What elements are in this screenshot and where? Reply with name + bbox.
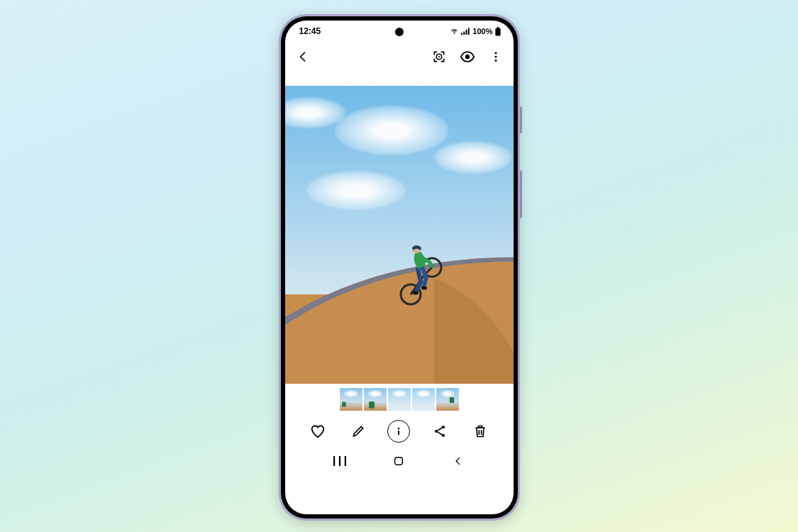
- edit-button[interactable]: [349, 422, 367, 440]
- status-indicators: 100%: [450, 27, 500, 36]
- svg-point-12: [494, 60, 497, 62]
- svg-rect-1: [461, 33, 462, 35]
- phone-frame: 12:45: [279, 14, 520, 521]
- thumbnail[interactable]: [340, 388, 362, 411]
- svg-rect-33: [395, 458, 403, 465]
- thumbnail[interactable]: [436, 388, 459, 411]
- battery-percent: 100%: [472, 27, 492, 35]
- svg-point-10: [494, 52, 497, 54]
- svg-line-27: [438, 432, 443, 435]
- cloud-decoration: [335, 106, 448, 155]
- thumbnail[interactable]: [364, 388, 387, 411]
- thumbnail[interactable]: [412, 388, 435, 411]
- thumbnail-strip[interactable]: [285, 388, 514, 414]
- bixby-vision-button[interactable]: [431, 49, 447, 65]
- info-button[interactable]: [389, 421, 409, 441]
- system-nav-bar: [285, 449, 514, 476]
- home-nav-button[interactable]: [390, 453, 407, 470]
- svg-rect-6: [495, 28, 500, 35]
- svg-rect-22: [398, 431, 399, 436]
- cloud-decoration: [434, 141, 512, 174]
- main-photo[interactable]: [285, 86, 514, 384]
- svg-rect-3: [466, 29, 467, 34]
- svg-point-0: [454, 33, 455, 34]
- thumbnail[interactable]: [388, 388, 411, 411]
- camera-punch-hole: [395, 28, 404, 36]
- bmx-rider-graphic: [388, 240, 445, 311]
- cloud-decoration: [306, 171, 406, 210]
- svg-rect-31: [339, 456, 340, 466]
- svg-point-20: [421, 287, 427, 290]
- svg-rect-32: [345, 456, 346, 466]
- battery-icon: [495, 27, 501, 36]
- wifi-icon: [450, 28, 459, 35]
- svg-point-9: [465, 55, 469, 59]
- back-button[interactable]: [295, 49, 311, 65]
- app-header: [285, 42, 514, 72]
- delete-button[interactable]: [471, 422, 489, 440]
- favorite-button[interactable]: [309, 422, 327, 440]
- phone-screen: 12:45: [285, 21, 514, 514]
- svg-rect-4: [468, 28, 470, 35]
- svg-rect-2: [464, 31, 465, 35]
- recents-nav-button[interactable]: [331, 453, 348, 470]
- signal-icon: [461, 28, 470, 35]
- svg-point-19: [413, 292, 419, 295]
- more-options-button[interactable]: [488, 49, 504, 65]
- svg-point-8: [438, 56, 439, 57]
- gradient-wallpaper: 12:45: [0, 0, 798, 532]
- svg-line-26: [438, 428, 443, 431]
- back-nav-button[interactable]: [450, 453, 467, 470]
- svg-point-21: [398, 428, 400, 430]
- share-button[interactable]: [431, 422, 449, 440]
- view-button[interactable]: [460, 49, 475, 65]
- phone-bezel: 12:45: [281, 16, 518, 519]
- svg-rect-30: [333, 456, 335, 466]
- status-time: 12:45: [299, 26, 321, 36]
- svg-rect-5: [497, 27, 499, 28]
- action-bar: [285, 414, 514, 449]
- svg-point-11: [494, 56, 497, 58]
- header-spacer: [285, 72, 514, 86]
